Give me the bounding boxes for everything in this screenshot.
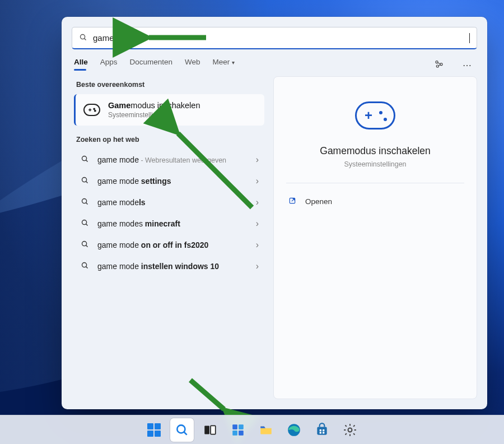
gear-icon bbox=[343, 423, 357, 437]
search-icon bbox=[175, 423, 189, 437]
chevron-right-icon: › bbox=[256, 176, 259, 186]
svg-point-39 bbox=[348, 428, 352, 432]
svg-point-7 bbox=[94, 108, 95, 109]
search-row: game mode bbox=[62, 17, 487, 49]
search-input[interactable]: game mode bbox=[93, 33, 464, 43]
taskbar-start[interactable] bbox=[142, 418, 166, 442]
web-result-label: game mode instellen windows 10 bbox=[97, 262, 248, 271]
web-result-label: game mode settings bbox=[97, 177, 248, 186]
svg-point-13 bbox=[82, 199, 86, 203]
svg-rect-27 bbox=[204, 425, 209, 434]
web-result[interactable]: game mode - Webresultaten weergeven› bbox=[74, 149, 264, 170]
svg-rect-34 bbox=[317, 427, 326, 434]
tab-more[interactable]: Meer ▾ bbox=[213, 58, 235, 73]
taskbar-search[interactable] bbox=[170, 418, 194, 442]
chevron-right-icon: › bbox=[256, 240, 259, 250]
svg-point-9 bbox=[82, 156, 86, 161]
share-icon[interactable] bbox=[431, 57, 447, 73]
svg-line-26 bbox=[184, 432, 186, 434]
chevron-right-icon: › bbox=[256, 197, 259, 207]
svg-point-4 bbox=[436, 65, 438, 67]
svg-line-20 bbox=[86, 267, 87, 269]
web-result-label: game mode on or off in fs2020 bbox=[97, 240, 248, 249]
taskbar-edge[interactable] bbox=[282, 418, 306, 442]
open-label: Openen bbox=[305, 197, 332, 206]
svg-line-12 bbox=[86, 182, 87, 183]
chevron-right-icon: › bbox=[256, 261, 259, 271]
edge-icon bbox=[287, 423, 301, 437]
svg-rect-36 bbox=[323, 429, 324, 431]
svg-line-16 bbox=[86, 224, 87, 226]
best-match-heading: Beste overeenkomst bbox=[76, 81, 264, 89]
search-icon bbox=[79, 33, 87, 43]
svg-point-3 bbox=[440, 63, 442, 66]
search-icon bbox=[80, 219, 90, 229]
web-results-list: game mode - Webresultaten weergeven›game… bbox=[74, 149, 264, 277]
web-result[interactable]: game mode instellen windows 10› bbox=[74, 256, 264, 277]
preview-subtitle: Systeeminstellingen bbox=[286, 160, 464, 168]
svg-rect-29 bbox=[232, 424, 237, 429]
web-result[interactable]: game models› bbox=[74, 192, 264, 213]
svg-point-17 bbox=[82, 242, 86, 246]
svg-rect-30 bbox=[239, 424, 244, 429]
svg-line-18 bbox=[86, 246, 87, 247]
widgets-icon bbox=[231, 423, 245, 437]
svg-point-15 bbox=[82, 220, 86, 225]
store-icon bbox=[315, 423, 329, 437]
taskbar bbox=[0, 415, 504, 444]
controller-icon bbox=[355, 101, 395, 130]
svg-rect-28 bbox=[211, 425, 216, 434]
web-section-heading: Zoeken op het web bbox=[76, 136, 264, 144]
chevron-right-icon: › bbox=[256, 219, 259, 229]
taskbar-file-explorer[interactable] bbox=[254, 418, 278, 442]
tab-web[interactable]: Web bbox=[185, 58, 200, 73]
svg-rect-38 bbox=[323, 432, 324, 433]
svg-point-11 bbox=[82, 178, 86, 182]
open-button[interactable]: Openen bbox=[286, 193, 464, 210]
svg-rect-35 bbox=[320, 429, 321, 431]
more-icon[interactable]: ⋯ bbox=[459, 58, 475, 73]
folder-icon bbox=[259, 423, 273, 437]
chevron-right-icon: › bbox=[256, 155, 259, 165]
taskbar-settings[interactable] bbox=[338, 418, 362, 442]
open-icon bbox=[288, 197, 296, 206]
svg-point-19 bbox=[82, 263, 86, 267]
search-panel: game mode Alle Apps Documenten Web Meer … bbox=[62, 17, 487, 409]
tab-documents[interactable]: Documenten bbox=[130, 58, 173, 73]
svg-rect-32 bbox=[239, 431, 244, 436]
web-result-label: game mode - Webresultaten weergeven bbox=[97, 155, 248, 164]
web-result[interactable]: game mode on or off in fs2020› bbox=[74, 234, 264, 256]
divider bbox=[286, 183, 464, 183]
search-box[interactable]: game mode bbox=[72, 27, 477, 49]
taskbar-store[interactable] bbox=[310, 418, 334, 442]
search-icon bbox=[80, 240, 90, 250]
best-match-result[interactable]: Gamemodus inschakelen Systeeminstellinge… bbox=[74, 94, 264, 126]
windows-icon bbox=[147, 423, 161, 437]
svg-point-0 bbox=[81, 34, 85, 39]
taskbar-widgets[interactable] bbox=[226, 418, 250, 442]
tab-apps[interactable]: Apps bbox=[100, 58, 118, 73]
web-result-label: game modes minecraft bbox=[97, 219, 248, 228]
filter-tabs: Alle Apps Documenten Web Meer ▾ ⋯ bbox=[62, 49, 487, 73]
task-view-icon bbox=[203, 423, 217, 437]
best-match-subtitle: Systeeminstellingen bbox=[108, 111, 200, 119]
svg-rect-31 bbox=[232, 431, 237, 436]
best-match-title: Gamemodus inschakelen bbox=[108, 101, 200, 110]
preview-pane: Gamemodus inschakelen Systeeminstellinge… bbox=[273, 76, 477, 399]
search-icon bbox=[80, 176, 90, 186]
web-result[interactable]: game mode settings› bbox=[74, 170, 264, 192]
svg-line-1 bbox=[85, 38, 86, 40]
taskbar-task-view[interactable] bbox=[198, 418, 222, 442]
svg-line-10 bbox=[86, 160, 87, 162]
svg-point-2 bbox=[436, 61, 438, 63]
tab-all[interactable]: Alle bbox=[74, 58, 88, 73]
search-icon bbox=[80, 155, 90, 165]
results-column: Beste overeenkomst Gamemodus inschakelen… bbox=[74, 76, 264, 399]
search-icon bbox=[80, 197, 90, 207]
svg-point-8 bbox=[95, 110, 96, 112]
web-result[interactable]: game modes minecraft› bbox=[74, 213, 264, 234]
svg-point-25 bbox=[177, 425, 185, 433]
preview-title: Gamemodus inschakelen bbox=[286, 145, 464, 157]
svg-rect-37 bbox=[320, 432, 321, 433]
web-result-label: game models bbox=[97, 198, 248, 207]
